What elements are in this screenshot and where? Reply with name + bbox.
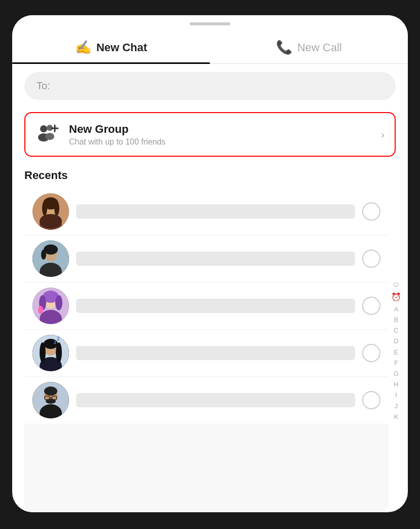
svg-text:z: z [54,339,56,345]
list-item[interactable] [24,377,389,424]
alpha-B[interactable]: B [394,315,399,325]
contact-name-placeholder [76,346,355,360]
list-item[interactable] [24,283,389,330]
svg-point-12 [54,201,59,216]
alpha-C[interactable]: C [394,326,398,335]
alphabet-sidebar: ☺ ⏰ A B C D E F G H I J K [389,188,404,512]
drag-handle [12,15,408,30]
new-chat-label: New Chat [96,41,147,54]
alpha-K[interactable]: K [394,412,399,421]
alpha-E[interactable]: E [394,348,399,357]
contact-name-placeholder [76,299,355,313]
search-bar[interactable]: To: [24,72,396,100]
contact-select-radio[interactable] [362,250,380,268]
alpha-D[interactable]: D [394,337,398,346]
avatar [32,382,69,418]
new-group-subtitle: Chat with up to 100 friends [69,137,372,147]
svg-point-17 [41,250,46,260]
contact-name-placeholder [76,204,355,219]
svg-point-3 [45,133,54,140]
tab-new-chat[interactable]: ✍️ New Chat [12,30,210,63]
contact-select-radio[interactable] [362,297,380,315]
svg-point-9 [40,214,62,228]
contact-name-placeholder [76,252,355,266]
new-group-text: New Group Chat with up to 100 friends [69,123,372,147]
svg-point-30 [56,342,62,363]
search-to-label: To: [37,80,50,92]
list-item[interactable] [24,235,389,283]
new-call-label: New Call [297,41,342,54]
avatar [32,288,69,324]
svg-point-24 [38,306,43,314]
contact-name-placeholder [76,393,355,407]
recents-label: Recents [12,165,408,188]
svg-point-0 [40,125,47,132]
alpha-recent-icon[interactable]: ⏰ [391,292,401,303]
avatar [32,193,69,230]
svg-point-11 [42,201,47,216]
alpha-emoji-face[interactable]: ☺ [392,279,400,290]
new-call-icon: 📞 [276,40,292,55]
avatar: z z [32,335,69,371]
contacts-container: z z [24,188,404,512]
tabs-container: ✍️ New Chat 📞 New Call [12,30,408,64]
alpha-F[interactable]: F [394,359,398,368]
new-group-title: New Group [69,123,372,136]
svg-point-36 [44,386,57,396]
contact-select-radio[interactable] [362,344,380,362]
alpha-H[interactable]: H [394,380,398,389]
new-group-button[interactable]: New Group Chat with up to 100 friends › [24,112,396,157]
search-container: To: [12,64,408,108]
svg-point-29 [40,342,46,363]
new-group-icon [36,122,60,147]
chevron-right-icon: › [381,129,384,140]
phone-container: ✍️ New Chat 📞 New Call To: [12,15,408,512]
new-chat-icon: ✍️ [75,40,91,55]
contact-select-radio[interactable] [362,391,380,409]
svg-point-23 [55,295,62,310]
drag-handle-bar [190,22,230,25]
svg-text:z: z [57,335,60,342]
alpha-A[interactable]: A [394,305,399,314]
tab-new-call[interactable]: 📞 New Call [210,30,408,63]
list-item[interactable] [24,188,389,235]
alpha-I[interactable]: I [395,391,397,400]
contacts-list: z z [24,188,389,512]
contact-select-radio[interactable] [362,202,380,221]
list-item[interactable]: z z [24,330,389,377]
alpha-G[interactable]: G [394,369,399,378]
alpha-J[interactable]: J [395,402,398,411]
avatar [32,240,69,277]
